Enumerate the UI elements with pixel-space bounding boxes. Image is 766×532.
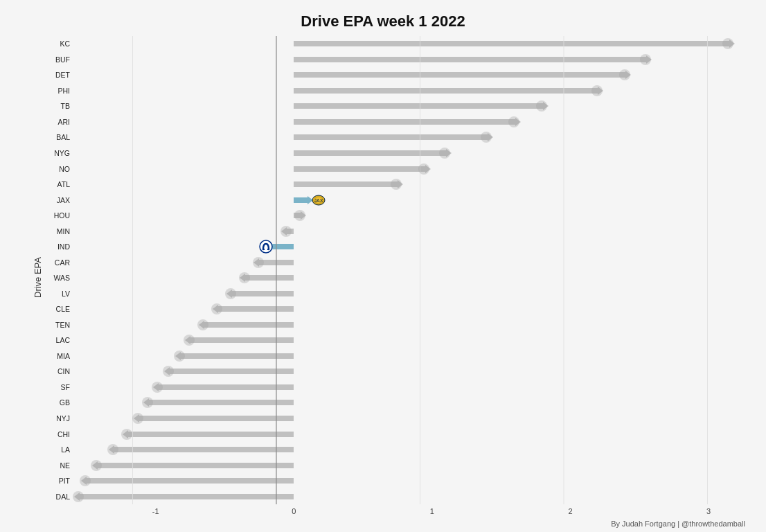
- team-ghost-icon: [391, 179, 402, 190]
- bar-rect: [245, 275, 294, 281]
- bar-cell: [73, 395, 736, 411]
- team-ghost-icon: [184, 335, 195, 346]
- bar-rect: [159, 384, 294, 390]
- bar-cell: [73, 473, 736, 489]
- bar-rect: [294, 41, 729, 46]
- bar-row: MIN: [46, 223, 736, 239]
- bar-row: CHI: [46, 426, 736, 442]
- team-label: WAS: [46, 274, 73, 282]
- jax-icon: JAX: [311, 193, 326, 208]
- team-ghost-icon: [418, 163, 429, 175]
- bar-cell: [73, 488, 736, 504]
- bar-cell: [73, 348, 736, 364]
- team-label: KC: [46, 39, 73, 48]
- team-label: PHI: [46, 87, 73, 95]
- team-label: BAL: [46, 133, 73, 141]
- svg-point-3: [260, 240, 272, 253]
- ind-icon: [259, 240, 273, 254]
- bar-rect: [190, 337, 294, 343]
- bar-row: PHI: [46, 83, 736, 99]
- bar-cell: [73, 145, 736, 161]
- bar-rect: [294, 150, 446, 156]
- bar-row: ARI: [46, 114, 736, 130]
- team-ghost-icon: [536, 100, 547, 112]
- team-ghost-icon: [80, 475, 91, 486]
- bar-rect: [128, 432, 294, 437]
- team-label: ATL: [46, 180, 73, 188]
- team-ghost-icon: [197, 319, 208, 330]
- team-label: PIT: [46, 477, 73, 485]
- bar-row: CLE: [46, 301, 736, 317]
- team-label: ARI: [46, 118, 73, 126]
- team-label: NYG: [46, 149, 73, 157]
- team-ghost-icon: [211, 303, 222, 314]
- bar-cell: [73, 364, 736, 380]
- bar-rect: [204, 322, 294, 328]
- bar-row: DET: [46, 67, 736, 83]
- bar-cell: [73, 208, 736, 224]
- team-ghost-icon: [619, 69, 630, 80]
- bar-cell: [73, 67, 736, 83]
- chart-container: Drive EPA week 1 2022 Drive EPA KCBUFDET…: [0, 0, 766, 532]
- chart-title: Drive EPA week 1 2022: [301, 12, 465, 30]
- team-label: SF: [46, 383, 73, 391]
- bar-row: LV: [46, 286, 736, 302]
- team-label: GB: [46, 398, 73, 407]
- x-tick-label: 1: [430, 507, 434, 515]
- team-ghost-icon: [280, 226, 292, 237]
- bar-cell: [73, 317, 736, 333]
- bar-rect: [87, 478, 294, 484]
- bar-rect: [80, 494, 294, 499]
- bar-cell: JAX: [73, 192, 736, 208]
- team-label: MIA: [46, 352, 73, 360]
- bar-cell: [73, 426, 736, 442]
- bar-row: NE: [46, 457, 736, 473]
- bar-row: TB: [46, 98, 736, 114]
- team-label: LA: [46, 445, 73, 454]
- team-ghost-icon: [163, 366, 174, 377]
- rows-container: KCBUFDETPHITBARIBALNYGNOATLJAX JAX HOUMI…: [46, 36, 736, 504]
- bar-row: BUF: [46, 52, 736, 68]
- team-label: CAR: [46, 258, 73, 267]
- plot-area: KCBUFDETPHITBARIBALNYGNOATLJAX JAX HOUMI…: [46, 36, 736, 520]
- bar-row: WAS: [46, 270, 736, 286]
- bar-rect: [294, 57, 646, 62]
- team-label: MIN: [46, 227, 73, 236]
- bar-cell: [73, 223, 736, 239]
- bar-rect: [149, 400, 294, 405]
- team-ghost-icon: [253, 257, 264, 268]
- team-label: BUF: [46, 55, 73, 64]
- bar-rect: [114, 447, 294, 452]
- team-label: NO: [46, 165, 73, 173]
- bar-row: NYG: [46, 145, 736, 161]
- bar-rect: [98, 463, 294, 468]
- team-ghost-icon: [174, 351, 185, 362]
- bar-cell: [73, 457, 736, 473]
- bar-cell: [73, 411, 736, 427]
- y-axis-label: Drive EPA: [30, 36, 45, 520]
- team-label: HOU: [46, 211, 73, 220]
- bar-rect: [181, 353, 294, 359]
- team-label: CLE: [46, 305, 73, 313]
- bar-rect: [259, 260, 294, 265]
- team-ghost-icon: [591, 85, 603, 96]
- team-label: TB: [46, 102, 73, 110]
- bar-rect: [294, 181, 398, 187]
- x-tick-label: 2: [568, 507, 572, 515]
- team-label: CHI: [46, 430, 73, 438]
- bar-cell: [73, 36, 736, 52]
- bar-row: CIN: [46, 364, 736, 380]
- bar-row: DAL: [46, 488, 736, 504]
- team-ghost-icon: [121, 429, 132, 440]
- team-label: DAL: [46, 493, 73, 501]
- bar-rect: [294, 72, 625, 78]
- x-axis-inner: -10123: [73, 504, 736, 520]
- team-ghost-icon: [439, 148, 450, 159]
- chart-area: Drive EPA KCBUFDETPHITBARIBALNYGNOATLJAX…: [30, 36, 736, 520]
- bar-row: LA: [46, 442, 736, 458]
- team-label: NYJ: [46, 414, 73, 423]
- bar-cell: [73, 161, 736, 177]
- team-ghost-icon: [152, 382, 163, 393]
- x-axis: -10123: [73, 504, 736, 520]
- team-ghost-icon: [640, 54, 651, 65]
